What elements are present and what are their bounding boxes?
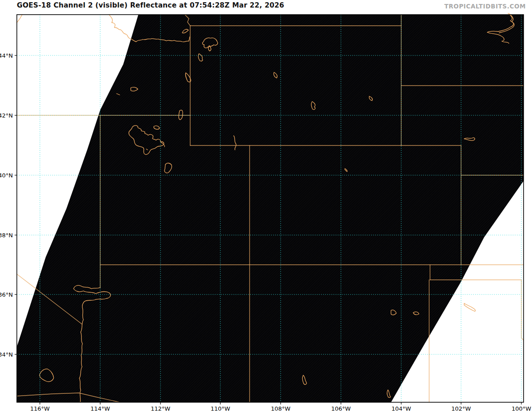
lon-tick-label: 106°W [331,405,351,412]
lon-tick-label: 100°W [512,405,531,412]
lon-tick-label: 104°W [391,405,411,412]
lat-tick-label: 42°N [0,112,13,119]
lat-tick-label: 38°N [0,232,13,239]
satellite-data-swath [17,15,524,402]
satellite-image-viewport: GOES-18 Channel 2 (visible) Reflectance … [0,0,532,412]
lake-meredith [464,303,475,311]
lat-tick-label: 40°N [0,172,13,179]
lon-tick-label: 102°W [451,405,471,412]
lon-tick-label: 110°W [211,405,230,412]
lat-tick-label: 34°N [0,351,13,358]
satellite-map: 44°N42°N40°N38°N36°N34°N116°W114°W112°W1… [0,0,532,412]
lon-tick-label: 108°W [271,405,290,412]
lon-tick-label: 114°W [90,405,110,412]
lon-tick-label: 112°W [151,405,170,412]
lat-tick-label: 44°N [0,52,13,59]
snake-river-hells-canyon [17,15,22,23]
lat-tick-label: 36°N [0,291,13,298]
lon-tick-label: 116°W [30,405,50,412]
